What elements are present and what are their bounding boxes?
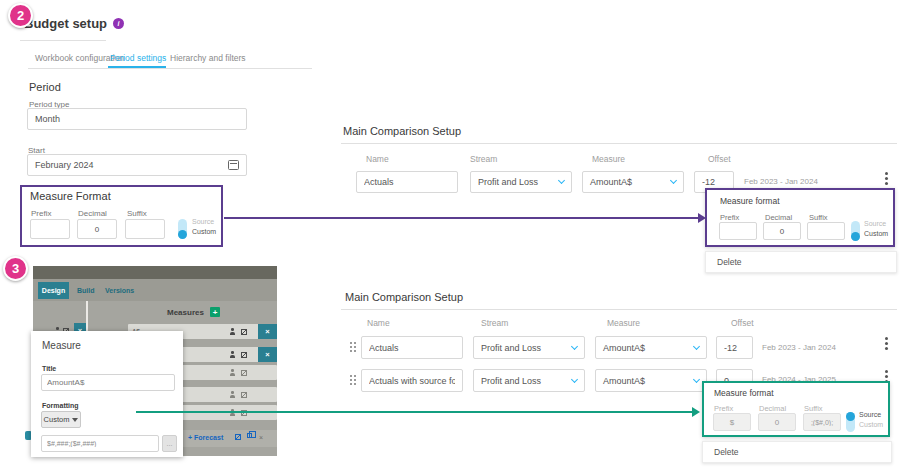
prefix-label: Prefix — [31, 209, 51, 218]
kebab-menu-icon[interactable] — [885, 370, 888, 373]
tab-build[interactable]: Build — [77, 287, 95, 294]
decimal-input[interactable] — [758, 413, 796, 431]
page-title: Budget setup — [24, 16, 107, 31]
table-divider — [341, 309, 897, 310]
source-custom-toggle[interactable] — [851, 221, 860, 241]
col-header-offset: Offset — [708, 154, 731, 164]
close-icon[interactable]: × — [258, 347, 277, 362]
title-divider — [20, 40, 106, 41]
suffix-label: Suffix — [127, 209, 147, 218]
kebab-menu-icon[interactable] — [885, 172, 888, 175]
budget-setup-panel: Budget setup i Workbook configuration Pe… — [20, 10, 320, 260]
chevron-down-icon — [693, 342, 700, 349]
delete-menu-item[interactable]: Delete — [702, 441, 892, 463]
popup-format-section: Measure format Prefix Decimal Suffix Sou… — [705, 188, 895, 247]
edit-icon[interactable] — [241, 392, 247, 398]
measures-panel-title: Measures — [167, 308, 204, 317]
decimal-input[interactable] — [763, 222, 801, 240]
person-icon[interactable] — [230, 391, 235, 398]
title-field-label: Title — [42, 365, 56, 372]
offset-input[interactable] — [716, 336, 753, 359]
person-icon[interactable] — [230, 351, 235, 358]
measure-value: AmountA$ — [590, 177, 632, 187]
tab-period-settings[interactable]: Period settings — [110, 53, 166, 63]
annotation-arrow-purple — [224, 217, 700, 219]
page: 2 3 Budget setup i Workbook configuratio… — [0, 0, 900, 472]
drag-handle-icon[interactable] — [349, 341, 357, 352]
add-measure-button[interactable]: + — [210, 307, 220, 317]
formatting-dropdown[interactable]: Custom — [41, 411, 81, 428]
decimal-input[interactable] — [77, 219, 117, 239]
chevron-down-icon — [558, 177, 565, 184]
close-icon[interactable]: × — [259, 434, 263, 441]
period-range-text: Feb 2023 - Jan 2024 — [744, 177, 818, 186]
start-date-input[interactable]: February 2024 — [27, 154, 247, 176]
drag-handle-icon[interactable] — [349, 374, 357, 385]
source-option-label: Source — [859, 410, 881, 419]
col-header-measure: Measure — [592, 154, 625, 164]
person-icon[interactable] — [230, 369, 235, 376]
close-icon[interactable]: × — [258, 324, 277, 339]
measure-format-title: Measure Format — [30, 190, 111, 202]
custom-option-label: Custom — [192, 227, 216, 236]
custom-option-label: Custom — [859, 420, 883, 429]
add-forecast-button[interactable]: + Forecast — [188, 434, 223, 441]
copy-icon[interactable] — [247, 433, 252, 438]
col-header-name: Name — [367, 318, 390, 328]
annotation-arrowhead-green — [692, 407, 700, 417]
popup-title: Measure format — [720, 196, 780, 206]
name-input[interactable] — [361, 336, 463, 359]
name-input[interactable] — [356, 171, 458, 193]
prefix-input[interactable] — [30, 219, 70, 239]
person-icon[interactable] — [230, 328, 235, 335]
delete-menu-item[interactable]: Delete — [705, 251, 897, 273]
stream-select[interactable]: Profit and Loss — [473, 336, 585, 359]
source-custom-toggle[interactable] — [178, 219, 187, 239]
kebab-menu-icon[interactable] — [885, 337, 888, 340]
prefix-input[interactable] — [713, 413, 751, 431]
col-header-stream: Stream — [470, 154, 497, 164]
measure-value: AmountA$ — [603, 376, 645, 386]
measure-select[interactable]: AmountA$ — [595, 336, 707, 359]
suffix-label: Suffix — [809, 213, 828, 222]
period-type-input[interactable] — [27, 108, 247, 130]
step-badge-2: 2 — [8, 3, 33, 28]
annotation-arrow-green — [136, 411, 696, 413]
suffix-input[interactable] — [807, 222, 845, 240]
col-header-measure: Measure — [607, 318, 640, 328]
tab-versions[interactable]: Versions — [105, 287, 134, 294]
chevron-down-icon — [693, 375, 700, 382]
tab-design[interactable]: Design — [38, 282, 69, 299]
stream-value: Profit and Loss — [481, 343, 541, 353]
more-options-button[interactable]: ... — [162, 435, 177, 452]
edit-icon[interactable] — [241, 352, 247, 358]
stream-select[interactable]: Profit and Loss — [470, 171, 572, 193]
formatting-label: Formatting — [42, 402, 79, 409]
name-input[interactable] — [361, 369, 463, 392]
decimal-label: Decimal — [765, 213, 792, 222]
source-custom-toggle[interactable] — [846, 412, 855, 432]
edit-icon[interactable] — [241, 329, 247, 335]
measure-format-box: Measure Format Prefix Decimal Suffix Sou… — [20, 185, 223, 247]
measure-select[interactable]: AmountA$ — [595, 369, 707, 392]
decimal-label: Decimal — [759, 404, 786, 413]
start-date-value: February 2024 — [35, 160, 94, 170]
tabs-divider — [28, 68, 312, 69]
measure-select[interactable]: AmountA$ — [582, 171, 684, 193]
prefix-label: Prefix — [714, 404, 733, 413]
tab-hierarchy-and-filters[interactable]: Hierarchy and filters — [170, 53, 246, 63]
mini-top-strip — [33, 266, 277, 279]
stream-select[interactable]: Profit and Loss — [473, 369, 585, 392]
prefix-input[interactable] — [719, 222, 757, 240]
suffix-input[interactable] — [803, 413, 841, 431]
step-badge-3: 3 — [3, 256, 28, 281]
edit-icon[interactable] — [235, 434, 241, 440]
info-icon[interactable]: i — [113, 18, 124, 29]
popup-format-section: Measure format Prefix Decimal Suffix Sou… — [702, 381, 890, 437]
calendar-icon[interactable] — [228, 160, 239, 170]
chevron-down-icon — [571, 375, 578, 382]
format-string-input[interactable] — [41, 435, 159, 452]
suffix-input[interactable] — [125, 219, 165, 239]
edit-icon[interactable] — [241, 370, 247, 376]
measure-title-input[interactable] — [41, 374, 175, 391]
